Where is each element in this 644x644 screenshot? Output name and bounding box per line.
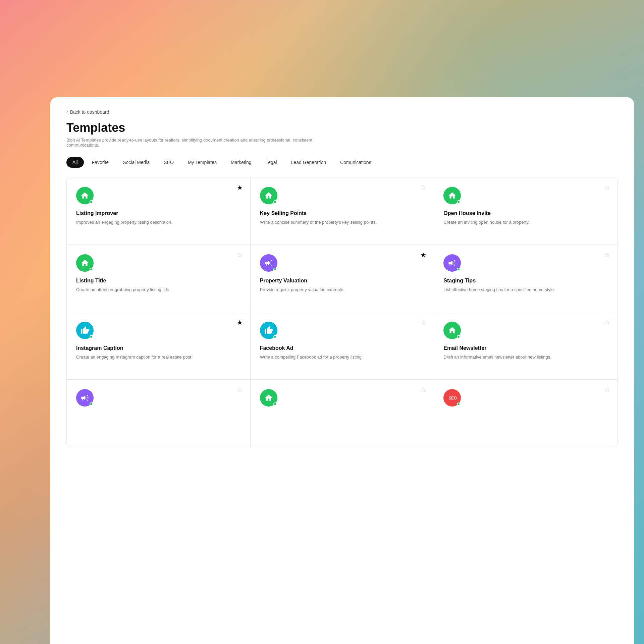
main-panel: ‹ Back to dashboard Templates Bibit AI T… <box>50 97 634 644</box>
card-name-staging-tips: Staging Tips <box>443 278 608 284</box>
card-listing-improver: ★ Listing Improver Improves an engaging … <box>67 177 250 245</box>
card-icon-card-row4-1 <box>76 389 94 407</box>
card-icon-card-row4-3: SEO <box>443 389 461 407</box>
card-star-key-selling-points[interactable]: ☆ <box>420 184 426 191</box>
status-dot-card-row4-3 <box>457 402 460 406</box>
card-star-card-row4-2[interactable]: ☆ <box>420 386 426 393</box>
card-open-house-invite: ☆ Open House Invite Create an inviting o… <box>434 177 618 245</box>
card-desc-listing-improver: Improves an engaging property listing de… <box>76 219 241 226</box>
page-title: Templates <box>66 121 618 135</box>
card-icon-listing-title <box>76 254 94 272</box>
tab-social-media[interactable]: Social Media <box>117 157 156 168</box>
status-dot-instagram-caption <box>90 335 93 338</box>
card-desc-email-newsletter: Draft an informative email newsletter ab… <box>443 354 608 361</box>
card-star-listing-title[interactable]: ☆ <box>237 252 243 258</box>
card-desc-instagram-caption: Create an engaging Instagram caption for… <box>76 354 241 361</box>
card-icon-open-house-invite <box>443 187 461 204</box>
tab-all[interactable]: All <box>66 157 84 168</box>
card-star-open-house-invite[interactable]: ☆ <box>604 184 610 191</box>
card-star-listing-improver[interactable]: ★ <box>237 184 243 191</box>
card-icon-facebook-ad <box>260 322 277 339</box>
status-dot-email-newsletter <box>457 335 460 338</box>
card-listing-title: ☆ Listing Title Create an attention-grab… <box>67 245 250 312</box>
tab-communications[interactable]: Comunications <box>334 157 377 168</box>
tab-seo[interactable]: SEO <box>158 157 180 168</box>
back-to-dashboard-link[interactable]: ‹ Back to dashboard <box>66 109 618 115</box>
page-subtitle: Bibit AI Templates provide ready-to-use … <box>66 138 328 148</box>
card-instagram-caption: ★ Instagram Caption Create an engaging I… <box>67 312 250 379</box>
status-dot-property-valuation <box>273 268 277 271</box>
card-name-email-newsletter: Email Newsletter <box>443 345 608 351</box>
card-icon-card-row4-2 <box>260 389 277 407</box>
tab-my-templates[interactable]: My Templates <box>182 157 223 168</box>
tab-legal[interactable]: Legal <box>259 157 283 168</box>
card-key-selling-points: ☆ Key Selling Points Write a concise sum… <box>251 177 434 245</box>
tab-favorite[interactable]: Favorite <box>86 157 115 168</box>
card-desc-staging-tips: List effective home staging tips for a s… <box>443 286 608 293</box>
status-dot-facebook-ad <box>273 335 277 338</box>
card-icon-email-newsletter <box>443 322 461 339</box>
card-name-listing-title: Listing Title <box>76 278 241 284</box>
card-desc-key-selling-points: Write a concise summary of the property'… <box>260 219 425 226</box>
back-label: Back to dashboard <box>70 109 109 115</box>
card-icon-property-valuation <box>260 254 277 272</box>
card-email-newsletter: ☆ Email Newsletter Draft an informative … <box>434 312 618 379</box>
card-star-card-row4-3[interactable]: ☆ <box>604 386 610 393</box>
card-facebook-ad: ☆ Facebook Ad Write a compelling Faceboo… <box>251 312 434 379</box>
card-property-valuation: ★ Property Valuation Provide a quick pro… <box>251 245 434 312</box>
cards-grid: ★ Listing Improver Improves an engaging … <box>66 177 618 447</box>
card-icon-instagram-caption <box>76 322 94 339</box>
card-card-row4-1: ☆ <box>67 380 250 447</box>
card-staging-tips: ☆ Staging Tips List effective home stagi… <box>434 245 618 312</box>
card-icon-staging-tips <box>443 254 461 272</box>
status-dot-card-row4-1 <box>90 402 93 406</box>
chevron-left-icon: ‹ <box>66 109 68 115</box>
card-star-property-valuation[interactable]: ★ <box>420 252 426 258</box>
status-dot-staging-tips <box>457 268 460 271</box>
card-icon-key-selling-points <box>260 187 277 204</box>
card-star-staging-tips[interactable]: ☆ <box>604 252 610 258</box>
card-desc-property-valuation: Provide a quick property valuation examp… <box>260 286 425 293</box>
card-name-facebook-ad: Facebook Ad <box>260 345 425 351</box>
card-icon-listing-improver <box>76 187 94 204</box>
card-name-listing-improver: Listing Improver <box>76 210 241 216</box>
status-dot-card-row4-2 <box>273 402 277 406</box>
tab-marketing[interactable]: Marketing <box>225 157 257 168</box>
card-desc-open-house-invite: Create an inviting open house for a prop… <box>443 219 608 226</box>
card-card-row4-2: ☆ <box>251 380 434 447</box>
tab-bar: AllFavoriteSocial MediaSEOMy TemplatesMa… <box>66 157 618 168</box>
status-dot-key-selling-points <box>273 200 277 204</box>
card-name-key-selling-points: Key Selling Points <box>260 210 425 216</box>
card-star-email-newsletter[interactable]: ☆ <box>604 319 610 326</box>
card-star-facebook-ad[interactable]: ☆ <box>420 319 426 326</box>
card-desc-facebook-ad: Write a compelling Facebook ad for a pro… <box>260 354 425 361</box>
card-star-instagram-caption[interactable]: ★ <box>237 319 243 326</box>
status-dot-listing-title <box>90 268 93 271</box>
status-dot-listing-improver <box>90 200 93 204</box>
status-dot-open-house-invite <box>457 200 460 204</box>
card-name-instagram-caption: Instagram Caption <box>76 345 241 351</box>
card-card-row4-3: ☆ SEO <box>434 380 618 447</box>
card-star-card-row4-1[interactable]: ☆ <box>237 386 243 393</box>
card-name-open-house-invite: Open House Invite <box>443 210 608 216</box>
card-name-property-valuation: Property Valuation <box>260 278 425 284</box>
card-desc-listing-title: Create an attention-grabbing property li… <box>76 286 241 293</box>
svg-text:SEO: SEO <box>448 396 457 400</box>
tab-lead-generation[interactable]: Lead Generation <box>285 157 332 168</box>
